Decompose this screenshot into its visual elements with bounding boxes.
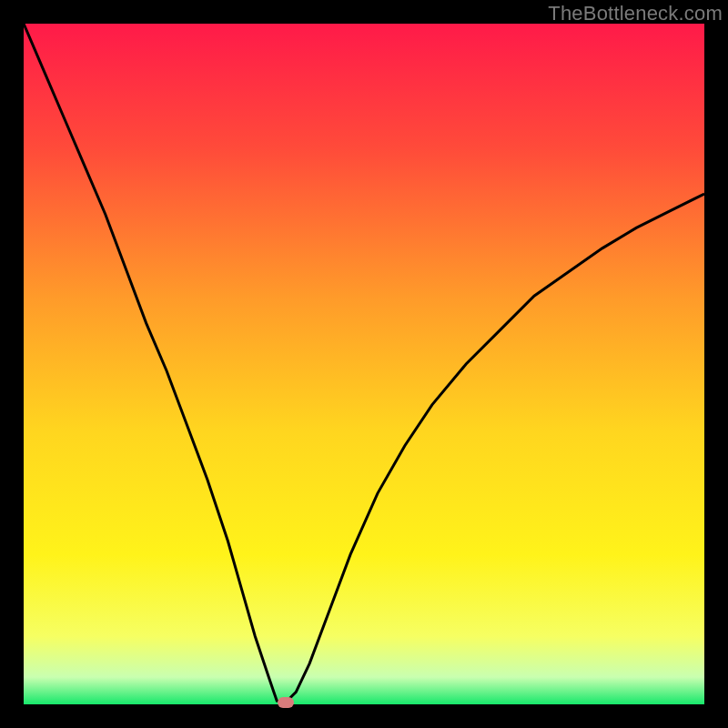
optimum-marker — [278, 697, 294, 708]
watermark-text: TheBottleneck.com — [548, 2, 723, 25]
chart-frame — [24, 24, 704, 704]
bottleneck-chart — [24, 24, 704, 704]
chart-background — [24, 24, 704, 704]
